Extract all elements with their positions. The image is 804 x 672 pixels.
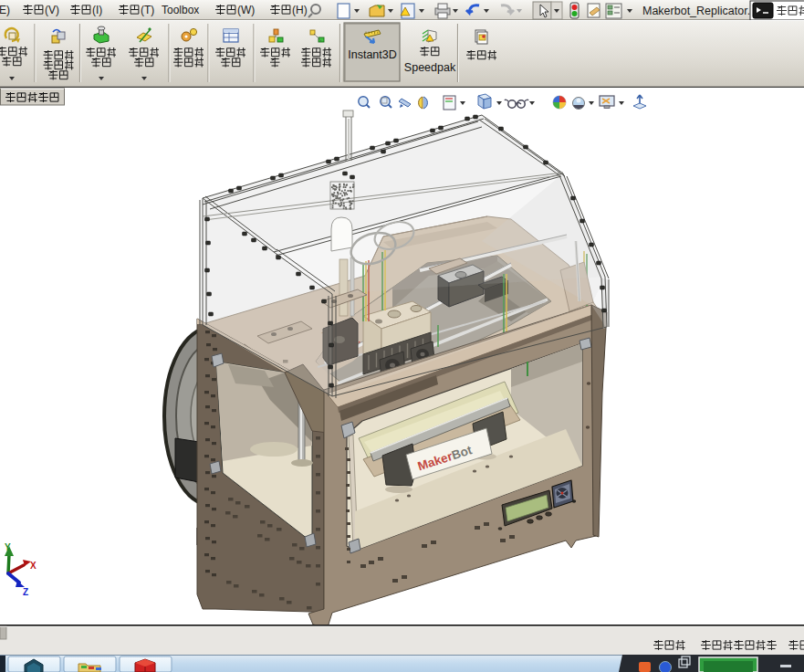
svg-text:E): E)	[0, 4, 10, 16]
svg-text:X: X	[30, 561, 37, 571]
svg-text:Y: Y	[5, 542, 11, 552]
svg-text:(I): (I)	[92, 4, 102, 16]
svg-text:Makerbot_Replicator...: Makerbot_Replicator...	[642, 5, 757, 17]
svg-text:(T): (T)	[141, 4, 154, 16]
svg-text:Z: Z	[23, 587, 28, 597]
svg-text:Speedpak: Speedpak	[404, 61, 456, 74]
svg-text:(W): (W)	[237, 4, 255, 16]
svg-text:(H): (H)	[292, 4, 308, 16]
svg-text:Toolbox: Toolbox	[162, 4, 199, 16]
svg-text:(V): (V)	[45, 4, 59, 16]
svg-text:Instant3D: Instant3D	[348, 48, 397, 61]
